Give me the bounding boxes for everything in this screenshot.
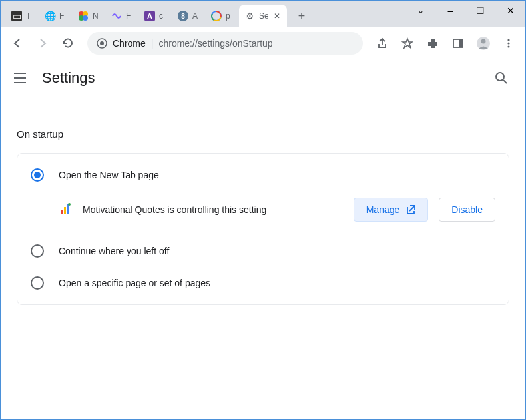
svg-point-13	[507, 45, 509, 47]
tab-3[interactable]: F	[106, 5, 139, 27]
radio-selected-icon[interactable]	[31, 168, 44, 182]
window-controls: ⌄ – ☐ ✕	[405, 1, 525, 21]
open-external-icon	[405, 204, 415, 215]
section-title: On startup	[17, 128, 509, 140]
disable-button[interactable]: Disable	[439, 198, 495, 222]
url-origin: Chrome	[113, 38, 146, 49]
bookmark-icon[interactable]	[396, 32, 419, 55]
svg-rect-16	[61, 210, 63, 214]
share-icon[interactable]	[371, 32, 394, 55]
tab-1[interactable]: 🌐F	[39, 5, 73, 27]
profile-icon[interactable]	[472, 32, 495, 55]
settings-header: Settings	[1, 59, 525, 97]
extension-app-icon	[59, 203, 72, 216]
tab-label-1: F	[59, 11, 64, 21]
disable-button-label: Disable	[451, 204, 483, 215]
svg-point-3	[83, 15, 88, 21]
tab-favicon-4: A	[144, 11, 155, 21]
chevron-down-icon[interactable]: ⌄	[405, 1, 435, 21]
tab-favicon-2	[78, 11, 89, 21]
minimize-button[interactable]: –	[435, 1, 465, 21]
gear-icon: ⚙	[244, 11, 255, 21]
radio-unselected-icon[interactable]	[31, 244, 44, 258]
svg-point-6	[100, 41, 104, 45]
search-button[interactable]	[493, 70, 509, 86]
radio-unselected-icon[interactable]	[31, 276, 44, 290]
hamburger-menu-button[interactable]	[14, 70, 30, 86]
tab-4[interactable]: Ac	[139, 5, 172, 27]
tab-label-3: F	[126, 11, 131, 21]
address-bar[interactable]: Chrome | chrome://settings/onStartup	[87, 32, 363, 55]
page-title: Settings	[42, 69, 95, 87]
svg-rect-17	[64, 207, 66, 214]
content-area: On startup Open the New Tab page Motivat…	[1, 97, 525, 318]
close-icon[interactable]: ✕	[272, 11, 282, 21]
tab-0[interactable]: ▭T	[6, 5, 39, 27]
option-continue[interactable]: Continue where you left off	[17, 235, 509, 267]
tab-label-4: c	[159, 11, 163, 21]
tab-label-0: T	[26, 11, 31, 21]
tab-5[interactable]: 8A	[172, 5, 206, 27]
url-path: chrome://settings/onStartup	[158, 38, 272, 49]
svg-rect-8	[459, 39, 463, 47]
tab-label-6: p	[226, 11, 230, 21]
option-specific-pages[interactable]: Open a specific page or set of pages	[17, 267, 509, 299]
svg-point-19	[68, 203, 71, 206]
svg-point-10	[481, 39, 486, 43]
sidepanel-icon[interactable]	[447, 32, 469, 55]
svg-rect-18	[67, 204, 69, 214]
tab-label-2: N	[93, 11, 98, 21]
tab-strip: ▭T 🌐F N F Ac 8A p ⚙Se✕	[1, 5, 287, 27]
url-separator: |	[151, 38, 154, 49]
chrome-logo-icon	[97, 38, 107, 49]
toolbar: Chrome | chrome://settings/onStartup	[1, 27, 525, 59]
extension-notice-text: Motivational Quotes is controlling this …	[83, 204, 343, 215]
svg-point-12	[507, 42, 509, 44]
extension-notice: Motivational Quotes is controlling this …	[17, 191, 509, 235]
menu-icon[interactable]	[497, 32, 520, 55]
svg-point-11	[507, 39, 509, 41]
browser-window: ▭T 🌐F N F Ac 8A p ⚙Se✕ + ⌄ – ☐ ✕ Chrome …	[0, 0, 526, 420]
option-label: Open the New Tab page	[59, 170, 495, 180]
new-tab-button[interactable]: +	[292, 7, 311, 25]
tab-favicon-3	[111, 11, 122, 21]
tab-7-active[interactable]: ⚙Se✕	[239, 5, 287, 27]
tab-2[interactable]: N	[73, 5, 106, 27]
tab-favicon-1: 🌐	[45, 11, 55, 21]
titlebar: ▭T 🌐F N F Ac 8A p ⚙Se✕ + ⌄ – ☐ ✕	[1, 1, 525, 27]
manage-button[interactable]: Manage	[354, 198, 429, 222]
option-label: Open a specific page or set of pages	[59, 278, 495, 288]
close-window-button[interactable]: ✕	[495, 1, 525, 21]
forward-button[interactable]	[31, 32, 54, 55]
option-label: Continue where you left off	[59, 246, 495, 256]
maximize-button[interactable]: ☐	[465, 1, 495, 21]
tab-label-5: A	[192, 11, 198, 21]
startup-options-card: Open the New Tab page Motivational Quote…	[17, 153, 509, 305]
manage-button-label: Manage	[366, 204, 400, 215]
tab-6[interactable]: p	[206, 5, 239, 27]
svg-point-14	[496, 73, 504, 81]
tab-favicon-6	[211, 11, 222, 21]
tab-label-7: Se	[259, 11, 268, 21]
tab-favicon-5: 8	[178, 11, 188, 21]
svg-line-15	[503, 80, 507, 83]
tab-favicon-0: ▭	[11, 11, 22, 21]
reload-button[interactable]	[57, 32, 79, 55]
back-button[interactable]	[6, 32, 29, 55]
option-new-tab[interactable]: Open the New Tab page	[17, 159, 509, 191]
extensions-icon[interactable]	[421, 32, 444, 55]
